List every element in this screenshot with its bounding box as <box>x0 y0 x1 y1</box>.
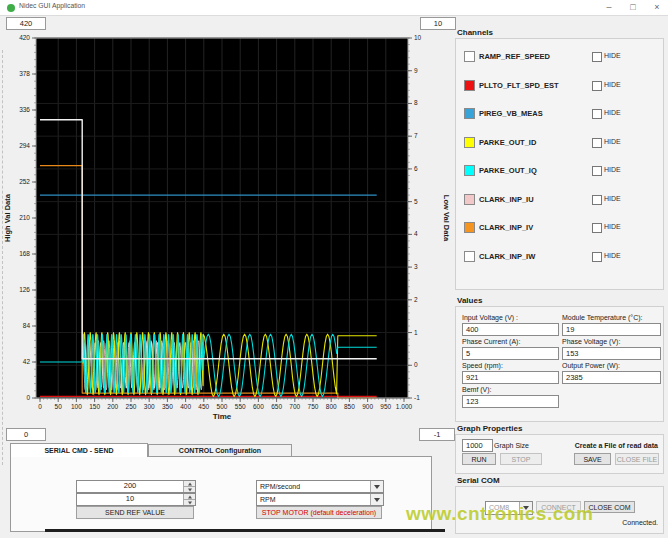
low-axis-min-input[interactable]: -1 <box>419 428 455 441</box>
minimize-button[interactable]: – <box>598 0 620 15</box>
channel-label: PARKE_OUT_IQ <box>479 166 537 175</box>
svg-text:250: 250 <box>126 403 137 410</box>
close-button[interactable]: × <box>646 0 668 15</box>
speed-label: Speed (rpm): <box>462 362 503 369</box>
stop-motor-button[interactable]: STOP MOTOR (default deceleration) <box>256 506 382 519</box>
svg-text:Low Val Data: Low Val Data <box>442 195 451 242</box>
svg-text:378: 378 <box>19 70 30 77</box>
svg-text:0: 0 <box>26 394 30 401</box>
hide-checkbox[interactable] <box>592 166 602 176</box>
spinner-arrows[interactable] <box>183 481 195 492</box>
step-value: 10 <box>77 494 183 505</box>
graph-size-input[interactable]: 1000 <box>462 439 493 452</box>
hide-checkbox[interactable] <box>592 252 602 262</box>
svg-text:10: 10 <box>414 34 422 41</box>
hide-label: HIDE <box>604 195 621 202</box>
svg-text:700: 700 <box>289 403 300 410</box>
svg-text:650: 650 <box>271 403 282 410</box>
values-panel: Input Voltage (V) : 400 Module Temperatu… <box>455 306 664 422</box>
svg-text:2: 2 <box>414 296 418 303</box>
hide-checkbox[interactable] <box>592 223 602 233</box>
spinner-arrows[interactable] <box>183 494 195 505</box>
serial-cmd-panel: 200 10 SEND REF VALUE RPM/second RPM STO… <box>10 456 432 532</box>
unit2-select[interactable]: RPM <box>256 493 384 506</box>
phase-voltage-field[interactable]: 153 <box>562 347 661 360</box>
send-ref-value-button[interactable]: SEND REF VALUE <box>76 506 194 519</box>
svg-text:6: 6 <box>414 165 418 172</box>
svg-text:42: 42 <box>23 358 31 365</box>
app-window: { "window": {"title": "Nidec GUI Applica… <box>0 0 668 538</box>
svg-text:126: 126 <box>19 286 30 293</box>
channel-label: RAMP_REF_SPEED <box>479 52 550 61</box>
svg-text:210: 210 <box>19 214 30 221</box>
svg-text:294: 294 <box>19 142 30 149</box>
output-power-field[interactable]: 2385 <box>562 371 661 384</box>
chevron-down-icon <box>370 494 383 505</box>
svg-text:750: 750 <box>308 403 319 410</box>
graph-properties-panel: 1000 Graph Size Create a File of read da… <box>455 434 664 474</box>
hide-label: HIDE <box>604 223 621 230</box>
svg-text:420: 420 <box>19 34 30 41</box>
svg-text:100: 100 <box>71 403 82 410</box>
close-file-button[interactable]: CLOSE FILE <box>615 453 659 465</box>
svg-text:252: 252 <box>19 178 30 185</box>
input-voltage-field[interactable]: 400 <box>462 323 559 336</box>
bemf-field[interactable]: 123 <box>462 395 559 408</box>
channel-label: CLARK_INP_IU <box>479 195 534 204</box>
hide-label: HIDE <box>604 252 621 259</box>
maximize-button[interactable]: □ <box>622 0 644 15</box>
phase-current-field[interactable]: 5 <box>462 347 559 360</box>
save-button[interactable]: SAVE <box>574 453 611 465</box>
channel-label: PLLTO_FLT_SPD_EST <box>479 81 559 90</box>
svg-text:7: 7 <box>414 132 418 139</box>
graph-size-label: Graph Size <box>494 442 529 449</box>
svg-text:-1: -1 <box>414 394 420 401</box>
speed-field[interactable]: 921 <box>462 371 559 384</box>
hide-checkbox[interactable] <box>592 195 602 205</box>
hide-checkbox[interactable] <box>592 109 602 119</box>
svg-text:550: 550 <box>235 403 246 410</box>
ref-value-spinner[interactable]: 200 <box>76 480 196 493</box>
channel-swatch <box>464 251 475 262</box>
run-button[interactable]: RUN <box>462 453 496 465</box>
channels-panel: RAMP_REF_SPEED HIDE PLLTO_FLT_SPD_EST HI… <box>455 38 664 290</box>
watermark: www.cntronics.com <box>406 503 593 525</box>
unit1-value: RPM/second <box>260 481 300 492</box>
hide-checkbox[interactable] <box>592 138 602 148</box>
bottom-divider <box>45 529 445 532</box>
svg-text:Time: Time <box>213 412 232 421</box>
unit1-select[interactable]: RPM/second <box>256 480 384 493</box>
hide-checkbox[interactable] <box>592 52 602 62</box>
svg-text:High Val Data: High Val Data <box>3 193 12 242</box>
svg-text:8: 8 <box>414 99 418 106</box>
channel-swatch <box>464 108 475 119</box>
high-axis-min-input[interactable]: 0 <box>6 428 46 441</box>
module-temp-field[interactable]: 19 <box>562 323 661 336</box>
hide-label: HIDE <box>604 166 621 173</box>
svg-text:4: 4 <box>414 230 418 237</box>
svg-text:600: 600 <box>253 403 264 410</box>
stop-button[interactable]: STOP <box>500 453 542 465</box>
channel-label: CLARK_INP_IW <box>479 252 535 261</box>
svg-text:1.000: 1.000 <box>396 403 413 410</box>
chevron-down-icon <box>370 481 383 492</box>
svg-text:5: 5 <box>414 198 418 205</box>
hide-checkbox[interactable] <box>592 81 602 91</box>
step-value-spinner[interactable]: 10 <box>76 493 196 506</box>
svg-text:900: 900 <box>362 403 373 410</box>
channel-swatch <box>464 194 475 205</box>
svg-text:3: 3 <box>414 263 418 270</box>
graph-properties-title: Graph Properties <box>457 424 522 433</box>
channel-label: PIREG_VB_MEAS <box>479 109 543 118</box>
values-title: Values <box>457 296 482 305</box>
svg-text:300: 300 <box>144 403 155 410</box>
svg-text:50: 50 <box>55 403 63 410</box>
svg-text:950: 950 <box>380 403 391 410</box>
unit2-value: RPM <box>260 494 276 505</box>
create-file-label: Create a File of read data <box>548 442 658 449</box>
channel-swatch <box>464 137 475 148</box>
tab-serial-cmd-send[interactable]: SERIAL CMD - SEND <box>10 443 148 457</box>
svg-text:9: 9 <box>414 67 418 74</box>
channels-title: Channels <box>457 28 493 37</box>
phase-voltage-label: Phase Voltage (V): <box>562 338 620 345</box>
